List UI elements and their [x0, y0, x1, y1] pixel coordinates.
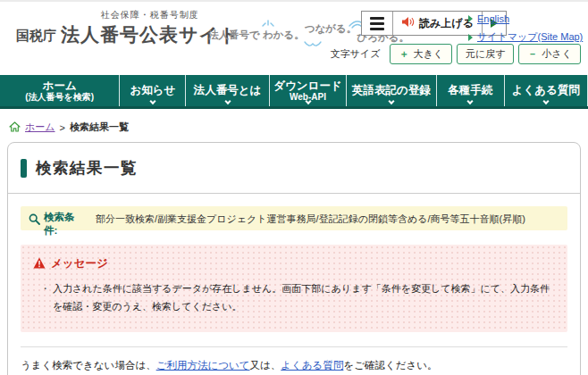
nav-label: よくある質問: [512, 84, 580, 96]
home-icon: [9, 121, 21, 134]
nav-sublabel: (法人番号を検索): [25, 92, 94, 103]
sparkle-icon: [260, 18, 276, 29]
chevron-down-icon: [149, 98, 155, 104]
message-item: 入力された条件に該当するデータが存在しません。画面下部にあります「条件を変更して…: [40, 280, 554, 316]
nav-item-home[interactable]: ホーム (法人番号を検索): [0, 75, 120, 106]
nav-label: 各種手続: [448, 84, 492, 96]
minus-icon: －: [527, 47, 537, 61]
nav-label: ホーム: [43, 79, 77, 92]
nav-item-news[interactable]: お知らせ: [120, 75, 186, 106]
chevron-down-icon: [388, 98, 394, 104]
font-larger-button[interactable]: ＋ 大きく: [390, 44, 452, 64]
arrow-right-icon: [468, 34, 473, 41]
search-results-panel: 検索結果一覧 検索条件: 部分一致検索/副業支援金プロジェクト運営事務局/登記記…: [7, 142, 581, 375]
message-box: メッセージ 入力された条件に該当するデータが存在しません。画面下部にあります「条…: [21, 245, 567, 332]
read-aloud-label: 読み上げる: [419, 16, 474, 31]
message-title: メッセージ: [51, 256, 108, 271]
chevron-down-icon: [542, 98, 549, 104]
chevron-down-icon: [467, 98, 474, 104]
font-smaller-button[interactable]: － 小さく: [518, 44, 581, 64]
page: { "header": { "system_label": "社会保障・税番号制…: [0, 0, 588, 375]
divider: [21, 346, 567, 347]
chevron-down-icon: [305, 98, 311, 104]
nav-item-faq[interactable]: よくある質問: [505, 75, 588, 106]
site-header: 国税庁 社会保障・税番号制度 法人番号公表サイト 法人番号で わかる。つながる。…: [0, 2, 588, 75]
swirl-icon: [303, 38, 323, 49]
nav-label: 英語表記の登録: [352, 84, 431, 96]
menu-button[interactable]: [362, 12, 392, 35]
arrow-right-icon: [468, 15, 473, 22]
title-accent-bar: [21, 159, 27, 178]
english-link[interactable]: English: [477, 13, 509, 24]
slogan-part1: 法人番号で わかる。: [208, 29, 305, 40]
message-list: 入力された条件に該当するデータが存在しません。画面下部にあります「条件を変更して…: [40, 280, 555, 316]
nav-item-download[interactable]: ダウンロード Web-API: [270, 75, 347, 106]
font-size-controls: 文字サイズ ＋ 大きく 元に戻す － 小さく: [331, 44, 581, 64]
plus-icon: ＋: [399, 47, 408, 61]
page-title-row: 検索結果一覧: [8, 143, 580, 194]
agency-name: 国税庁: [16, 28, 56, 47]
breadcrumb: ホーム > 検索結果一覧: [0, 109, 588, 134]
speaker-icon: [401, 15, 415, 31]
slogan-part2: つながる。: [305, 23, 357, 34]
page-title: 検索結果一覧: [36, 157, 138, 179]
nav-label: 法人番号とは: [194, 84, 262, 96]
search-icon: [29, 212, 40, 229]
breadcrumb-home-link[interactable]: ホーム: [25, 121, 55, 134]
faq-link[interactable]: よくある質問: [281, 360, 343, 371]
search-conditions-label: 検索条件:: [44, 211, 81, 238]
nav-item-english-registration[interactable]: 英語表記の登録: [347, 75, 437, 106]
breadcrumb-separator: >: [60, 122, 65, 133]
site-logo[interactable]: 国税庁 社会保障・税番号制度 法人番号公表サイト: [16, 9, 239, 47]
sitemap-link[interactable]: サイトマップ(Site Map): [477, 30, 583, 44]
breadcrumb-current: 検索結果一覧: [70, 121, 129, 134]
usage-guide-link[interactable]: ご利用方法について: [156, 360, 250, 371]
nav-label: ダウンロード: [273, 79, 341, 92]
font-size-label: 文字サイズ: [331, 47, 381, 61]
nav-item-about-number[interactable]: 法人番号とは: [186, 75, 269, 106]
system-label: 社会保障・税番号制度: [101, 9, 199, 21]
warning-icon: [33, 257, 46, 271]
help-text: うまく検索できない場合は、ご利用方法について又は、よくある質問をご確認ください。: [21, 359, 567, 372]
hamburger-icon: [370, 17, 384, 30]
font-reset-button[interactable]: 元に戻す: [457, 44, 515, 64]
search-conditions-value: 部分一致検索/副業支援金プロジェクト運営事務局/登記記録の閉鎖等含める/商号等五…: [96, 211, 525, 226]
search-conditions-box: 検索条件: 部分一致検索/副業支援金プロジェクト運営事務局/登記記録の閉鎖等含め…: [21, 206, 567, 230]
main-nav: ホーム (法人番号を検索) お知らせ 法人番号とは ダウンロード Web-API…: [0, 75, 588, 109]
nav-label: お知らせ: [130, 84, 175, 96]
nav-item-procedures[interactable]: 各種手続: [437, 75, 505, 106]
chevron-down-icon: [224, 98, 231, 104]
